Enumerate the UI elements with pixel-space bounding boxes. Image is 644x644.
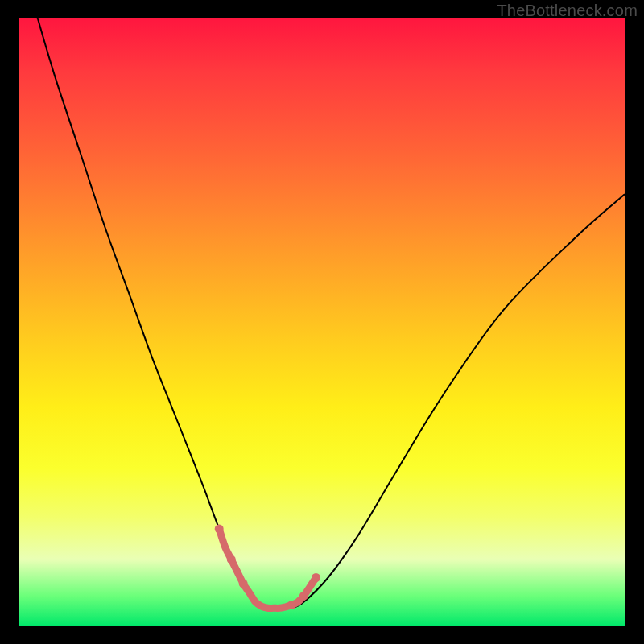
- bottleneck-curve: [38, 18, 625, 609]
- plot-area: [19, 18, 625, 626]
- curve-layer: [19, 18, 625, 626]
- valley-highlight-dots: [215, 525, 320, 610]
- highlight-dot: [215, 525, 224, 534]
- highlight-dot: [312, 573, 320, 582]
- highlight-dot: [299, 592, 308, 601]
- highlight-dot: [239, 580, 248, 588]
- chart-frame: TheBottleneck.com: [0, 0, 644, 644]
- highlight-dot: [287, 601, 296, 609]
- highlight-dot: [227, 555, 236, 564]
